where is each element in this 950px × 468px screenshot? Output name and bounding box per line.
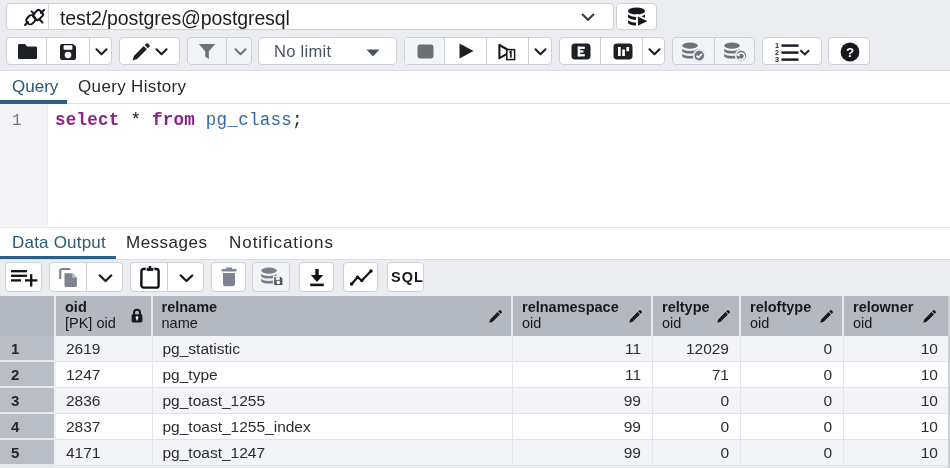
svg-text:3: 3 (775, 55, 779, 63)
svg-text:?: ? (846, 45, 854, 60)
